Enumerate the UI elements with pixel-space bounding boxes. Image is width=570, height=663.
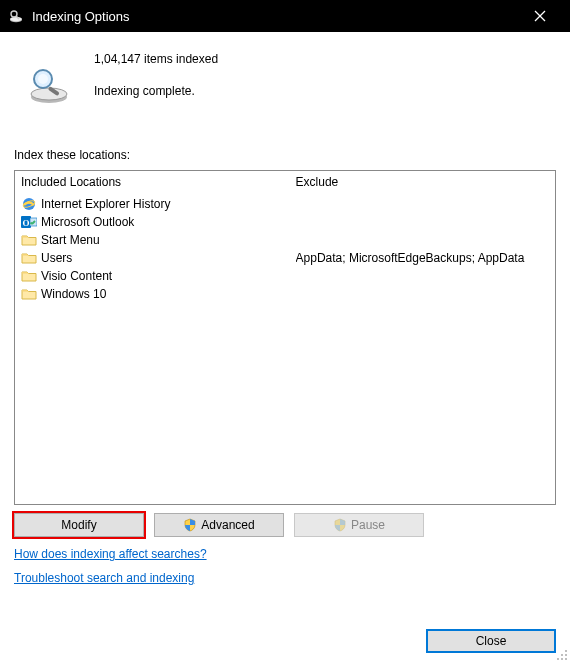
list-header: Included Locations Exclude bbox=[15, 171, 555, 195]
close-button[interactable]: Close bbox=[426, 629, 556, 653]
locations-listbox: Included Locations Exclude Internet Expl… bbox=[14, 170, 556, 505]
titlebar: Indexing Options bbox=[0, 0, 570, 32]
folder-icon bbox=[21, 250, 37, 266]
folder-icon bbox=[21, 268, 37, 284]
troubleshoot-link[interactable]: Troubleshoot search and indexing bbox=[14, 571, 194, 585]
content-area: 1,04,147 items indexed Indexing complete… bbox=[0, 32, 570, 597]
list-item[interactable]: Start Menu bbox=[21, 231, 549, 249]
outlook-icon: O bbox=[21, 214, 37, 230]
items-indexed-count: 1,04,147 items indexed bbox=[94, 52, 218, 66]
folder-icon bbox=[21, 286, 37, 302]
modify-button-label: Modify bbox=[61, 518, 96, 532]
list-item[interactable]: Visio Content bbox=[21, 267, 549, 285]
pause-button: Pause bbox=[294, 513, 424, 537]
window-title: Indexing Options bbox=[32, 9, 517, 24]
list-item[interactable]: UsersAppData; MicrosoftEdgeBackups; AppD… bbox=[21, 249, 549, 267]
list-item-label: Users bbox=[41, 251, 296, 265]
svg-point-19 bbox=[557, 658, 559, 660]
svg-point-9 bbox=[38, 74, 48, 84]
indexing-state: Indexing complete. bbox=[94, 84, 218, 98]
list-item[interactable]: OMicrosoft Outlook bbox=[21, 213, 549, 231]
advanced-button[interactable]: Advanced bbox=[154, 513, 284, 537]
svg-text:O: O bbox=[22, 218, 29, 228]
svg-point-20 bbox=[561, 658, 563, 660]
list-item-exclude: AppData; MicrosoftEdgeBackups; AppData bbox=[296, 251, 549, 265]
list-item-label: Start Menu bbox=[41, 233, 296, 247]
svg-point-18 bbox=[565, 654, 567, 656]
indexing-options-icon bbox=[8, 8, 24, 24]
column-included[interactable]: Included Locations bbox=[21, 175, 296, 189]
folder-icon bbox=[21, 232, 37, 248]
svg-point-1 bbox=[10, 17, 22, 21]
list-item-label: Microsoft Outlook bbox=[41, 215, 296, 229]
shield-icon bbox=[183, 518, 197, 532]
footer: Close bbox=[426, 629, 556, 653]
status-text: 1,04,147 items indexed Indexing complete… bbox=[94, 52, 218, 116]
column-exclude[interactable]: Exclude bbox=[296, 175, 549, 189]
ie-icon bbox=[21, 196, 37, 212]
magnifier-drive-icon bbox=[24, 60, 74, 110]
advanced-button-label: Advanced bbox=[201, 518, 254, 532]
svg-point-17 bbox=[561, 654, 563, 656]
pause-button-label: Pause bbox=[351, 518, 385, 532]
list-item-label: Windows 10 bbox=[41, 287, 296, 301]
locations-label: Index these locations: bbox=[14, 148, 556, 162]
svg-point-21 bbox=[565, 658, 567, 660]
how-link[interactable]: How does indexing affect searches? bbox=[14, 547, 207, 561]
list-item-label: Visio Content bbox=[41, 269, 296, 283]
close-button-label: Close bbox=[476, 634, 507, 648]
svg-point-16 bbox=[565, 650, 567, 652]
list-item[interactable]: Internet Explorer History bbox=[21, 195, 549, 213]
modify-button[interactable]: Modify bbox=[14, 513, 144, 537]
button-row: Modify Advanced Pause bbox=[14, 513, 556, 537]
resize-grip[interactable] bbox=[554, 647, 568, 661]
window-close-button[interactable] bbox=[517, 0, 562, 32]
shield-icon bbox=[333, 518, 347, 532]
status-row: 1,04,147 items indexed Indexing complete… bbox=[14, 50, 556, 116]
list-item[interactable]: Windows 10 bbox=[21, 285, 549, 303]
list-body[interactable]: Internet Explorer HistoryOMicrosoft Outl… bbox=[15, 195, 555, 504]
list-item-label: Internet Explorer History bbox=[41, 197, 296, 211]
